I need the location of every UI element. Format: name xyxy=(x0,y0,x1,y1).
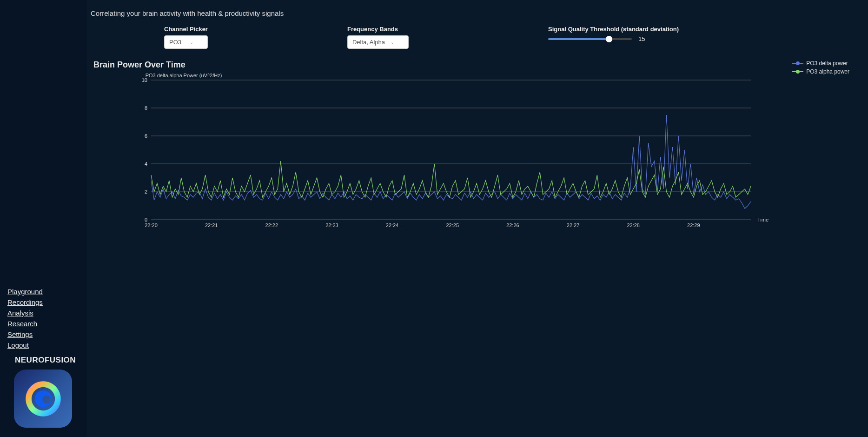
frequency-bands-label: Frequency Bands xyxy=(347,26,409,33)
svg-text:22:26: 22:26 xyxy=(506,222,519,228)
channel-picker-control: Channel Picker PO3 ⌄ xyxy=(164,26,208,49)
chevron-down-icon: ⌄ xyxy=(385,40,394,45)
slider-thumb[interactable] xyxy=(606,36,612,42)
sidebar-item-settings[interactable]: Settings xyxy=(7,330,87,338)
svg-text:6: 6 xyxy=(145,133,147,139)
frequency-bands-control: Frequency Bands Delta, Alpha ⌄ xyxy=(347,26,409,49)
threshold-label: Signal Quality Threshold (standard devia… xyxy=(548,26,679,33)
sidebar: Playground Recordings Analysis Research … xyxy=(0,0,87,437)
svg-text:22:22: 22:22 xyxy=(265,222,278,228)
svg-text:22:25: 22:25 xyxy=(446,222,459,228)
svg-text:10: 10 xyxy=(142,77,147,83)
swirl-icon xyxy=(22,378,64,420)
svg-text:22:24: 22:24 xyxy=(386,222,399,228)
threshold-slider[interactable] xyxy=(548,38,632,40)
main-content: Correlating your brain activity with hea… xyxy=(87,0,868,437)
sidebar-item-recordings[interactable]: Recordings xyxy=(7,298,87,306)
page-description: Correlating your brain activity with hea… xyxy=(91,9,854,17)
frequency-bands-value: Delta, Alpha xyxy=(352,39,385,46)
channel-picker-value: PO3 xyxy=(169,39,181,46)
svg-text:8: 8 xyxy=(145,105,147,111)
threshold-control: Signal Quality Threshold (standard devia… xyxy=(548,26,679,49)
svg-text:22:21: 22:21 xyxy=(205,222,218,228)
sidebar-item-research[interactable]: Research xyxy=(7,320,87,328)
frequency-bands-select[interactable]: Delta, Alpha ⌄ xyxy=(347,35,409,49)
brand-name: NEUROFUSION xyxy=(15,356,87,365)
svg-text:Time: Time xyxy=(757,217,769,222)
controls-row: Channel Picker PO3 ⌄ Frequency Bands Del… xyxy=(164,26,854,49)
brand-logo xyxy=(14,370,72,428)
svg-text:4: 4 xyxy=(145,161,147,167)
chart-container: Brain Power Over Time PO3 delta power PO… xyxy=(91,60,854,238)
sidebar-item-logout[interactable]: Logout xyxy=(7,341,87,349)
sidebar-item-analysis[interactable]: Analysis xyxy=(7,309,87,317)
legend-label: PO3 alpha power xyxy=(806,68,849,75)
svg-text:22:20: 22:20 xyxy=(145,222,158,228)
sidebar-item-playground[interactable]: Playground xyxy=(7,288,87,296)
nav-links: Playground Recordings Analysis Research … xyxy=(7,288,87,349)
channel-picker-select[interactable]: PO3 ⌄ xyxy=(164,35,208,49)
svg-text:22:27: 22:27 xyxy=(567,222,580,228)
chart-title: Brain Power Over Time xyxy=(93,60,854,70)
svg-text:22:29: 22:29 xyxy=(687,222,700,228)
legend-label: PO3 delta power xyxy=(806,60,848,67)
line-chart: PO3 delta,alpha Power (uV^2/Hz)Time02468… xyxy=(91,71,769,238)
svg-text:2: 2 xyxy=(145,189,147,195)
chevron-down-icon: ⌄ xyxy=(184,40,193,45)
svg-text:PO3 delta,alpha Power (uV^2/Hz: PO3 delta,alpha Power (uV^2/Hz) xyxy=(146,73,222,78)
svg-text:22:23: 22:23 xyxy=(325,222,338,228)
legend-item-alpha[interactable]: PO3 alpha power xyxy=(792,68,849,75)
svg-text:0: 0 xyxy=(145,217,147,222)
threshold-value: 15 xyxy=(638,35,645,42)
channel-picker-label: Channel Picker xyxy=(164,26,208,33)
legend-item-delta[interactable]: PO3 delta power xyxy=(792,60,849,67)
svg-text:22:28: 22:28 xyxy=(627,222,640,228)
chart-legend: PO3 delta power PO3 alpha power xyxy=(792,60,849,75)
